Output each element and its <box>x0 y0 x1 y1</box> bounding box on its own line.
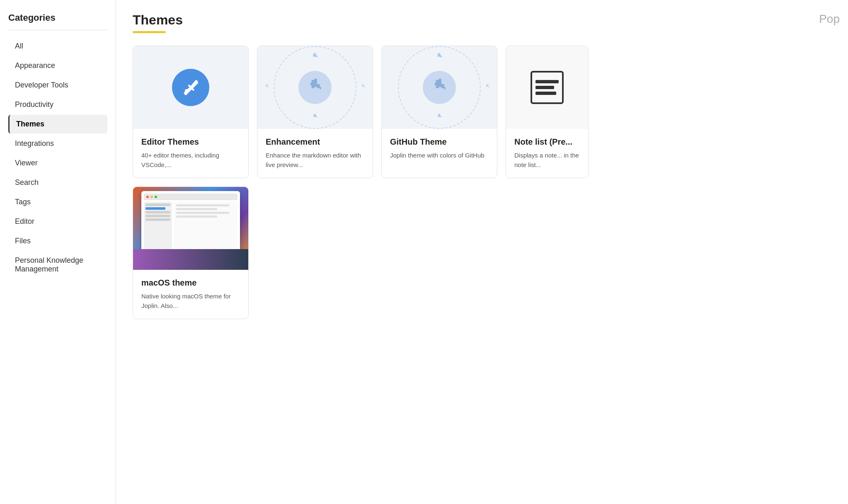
card-macos-theme-title: macOS theme <box>141 278 240 288</box>
card-macos-theme[interactable]: macOS themefor Joplin <box>133 187 249 319</box>
puzzle-orbit-right <box>360 83 366 92</box>
pop-label: Pop <box>819 12 840 26</box>
title-underline <box>133 31 166 33</box>
card-enhancement[interactable]: Enhancement Enhance the markdown editor … <box>257 46 373 178</box>
puzzle-container-github <box>382 46 497 129</box>
card-editor-themes-desc: 40+ editor themes, including VSCode,... <box>141 151 240 170</box>
sidebar-item-editor[interactable]: Editor <box>8 212 107 231</box>
card-note-list-title: Note list (Pre... <box>514 137 580 147</box>
macos-content-line-3 <box>176 212 229 214</box>
macos-content-line-4 <box>176 216 218 218</box>
puzzle-orbit-left <box>264 83 270 92</box>
card-note-list-image <box>506 46 588 129</box>
macos-bottom-gradient <box>133 249 248 270</box>
sidebar-item-themes[interactable]: Themes <box>8 115 107 133</box>
sidebar-item-appearance[interactable]: Appearance <box>8 56 107 75</box>
sidebar-item-all[interactable]: All <box>8 37 107 56</box>
macos-sidebar-row-4 <box>145 215 170 217</box>
card-enhancement-desc: Enhance the markdown editor with live pr… <box>266 151 364 170</box>
puzzle-orbit-github-bottom <box>436 113 443 123</box>
card-editor-themes-title: Editor Themes <box>141 137 240 147</box>
note-list-icon <box>531 71 564 104</box>
sidebar-item-personal-knowledge[interactable]: Personal Knowledge Management <box>8 251 107 279</box>
brush-icon <box>172 69 209 106</box>
card-note-list-body: Note list (Pre... Displays a note... in … <box>506 129 588 178</box>
macos-sidebar-row-3 <box>145 211 170 213</box>
sidebar-item-developer-tools[interactable]: Developer Tools <box>8 76 107 94</box>
cards-row-1: Editor Themes 40+ editor themes, includi… <box>133 46 831 178</box>
note-line-1 <box>535 80 559 83</box>
puzzle-main-icon <box>298 71 332 104</box>
card-enhancement-image <box>257 46 373 129</box>
sidebar-item-tags[interactable]: Tags <box>8 193 107 211</box>
sidebar: Categories All Appearance Developer Tool… <box>0 0 116 504</box>
mac-dot-close <box>146 196 149 198</box>
page-header: Themes <box>133 12 831 28</box>
card-github-theme-body: GitHub Theme Joplin theme with colors of… <box>382 129 497 169</box>
card-github-theme-title: GitHub Theme <box>390 137 489 147</box>
macos-sidebar-row-5 <box>145 218 170 221</box>
sidebar-item-productivity[interactable]: Productivity <box>8 95 107 114</box>
card-note-list-preview[interactable]: Note list (Pre... Displays a note... in … <box>506 46 589 178</box>
main-content: Themes Editor Themes 40+ editor themes, … <box>116 0 848 504</box>
card-github-theme-desc: Joplin theme with colors of GitHub <box>390 151 489 160</box>
cards-row-2: macOS themefor Joplin <box>133 187 831 319</box>
page-title: Themes <box>133 12 183 28</box>
sidebar-item-viewer[interactable]: Viewer <box>8 154 107 172</box>
sidebar-item-integrations[interactable]: Integrations <box>8 134 107 153</box>
card-enhancement-title: Enhancement <box>266 137 364 147</box>
macos-screen-header <box>144 194 237 200</box>
card-github-theme[interactable]: GitHub Theme Joplin theme with colors of… <box>381 46 497 178</box>
mac-dot-minimize <box>150 196 153 198</box>
note-line-3 <box>535 92 556 95</box>
note-line-2 <box>535 86 554 89</box>
macos-content-line-2 <box>176 208 218 210</box>
card-editor-themes-image <box>133 46 248 129</box>
macos-content-line-1 <box>176 204 229 206</box>
card-macos-theme-body: macOS theme Native looking macOS theme f… <box>133 270 248 319</box>
sidebar-item-search[interactable]: Search <box>8 173 107 192</box>
puzzle-orbit-github-right <box>484 83 491 92</box>
puzzle-orbit-bottom <box>311 113 319 123</box>
macos-sidebar-row-1 <box>145 204 170 206</box>
puzzle-orbit-top <box>310 52 320 63</box>
puzzle-orbit-github-top <box>435 52 444 63</box>
sidebar-item-files[interactable]: Files <box>8 232 107 250</box>
mac-dot-fullscreen <box>155 196 157 198</box>
card-enhancement-body: Enhancement Enhance the markdown editor … <box>257 129 373 178</box>
card-github-theme-image <box>382 46 497 129</box>
puzzle-container <box>257 46 373 129</box>
sidebar-title: Categories <box>8 12 107 30</box>
card-editor-themes-body: Editor Themes 40+ editor themes, includi… <box>133 129 248 178</box>
macos-sidebar-row-active <box>145 207 165 210</box>
card-macos-theme-image: macOS themefor Joplin <box>133 187 248 270</box>
card-macos-theme-desc: Native looking macOS theme for Joplin. A… <box>141 292 240 310</box>
puzzle-main-github <box>423 71 456 104</box>
card-note-list-desc: Displays a note... in the note list... <box>514 151 580 170</box>
card-editor-themes[interactable]: Editor Themes 40+ editor themes, includi… <box>133 46 249 178</box>
